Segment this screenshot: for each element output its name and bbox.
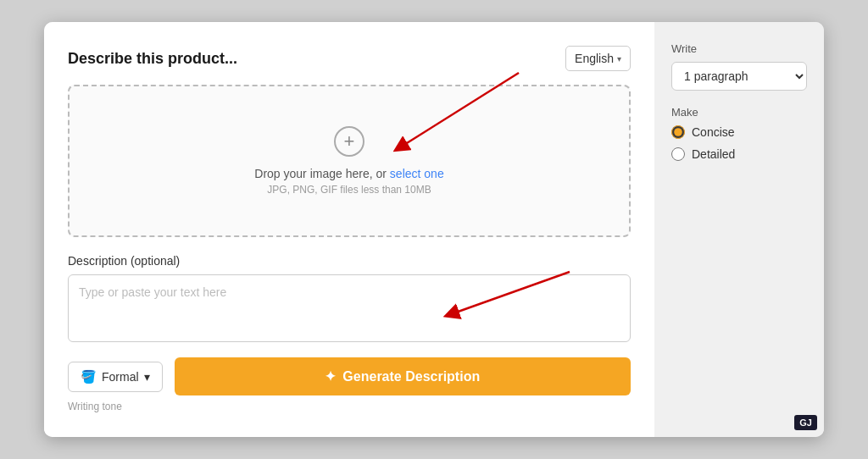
make-radio-group: Concise Detailed bbox=[671, 125, 807, 161]
drop-text: Drop your image here, or select one bbox=[254, 167, 443, 180]
write-select[interactable]: 1 paragraph 2 paragraphs 3 paragraphs 4 … bbox=[671, 62, 807, 91]
watermark: GJ bbox=[794, 415, 817, 430]
language-label: English bbox=[575, 52, 614, 65]
tone-chevron-icon: ▾ bbox=[144, 370, 150, 384]
plus-icon: + bbox=[334, 126, 364, 157]
image-drop-zone[interactable]: + Drop your image here, or select one JP… bbox=[68, 85, 631, 237]
tone-icon: 🪣 bbox=[81, 369, 97, 384]
tone-button[interactable]: 🪣 Formal ▾ bbox=[68, 362, 163, 392]
description-textarea[interactable] bbox=[68, 274, 631, 342]
language-selector[interactable]: English ▾ bbox=[565, 46, 631, 71]
chevron-down-icon: ▾ bbox=[617, 54, 621, 64]
write-label: Write bbox=[671, 42, 807, 55]
make-label: Make bbox=[671, 106, 807, 119]
drop-hint: JPG, PNG, GIF files less than 10MB bbox=[267, 184, 431, 196]
radio-detailed[interactable]: Detailed bbox=[671, 147, 807, 161]
header: Describe this product... English ▾ bbox=[68, 46, 631, 71]
radio-detailed-label: Detailed bbox=[692, 147, 735, 161]
sidebar: Write 1 paragraph 2 paragraphs 3 paragra… bbox=[654, 22, 824, 437]
write-section: Write 1 paragraph 2 paragraphs 3 paragra… bbox=[671, 42, 807, 91]
select-one-link[interactable]: select one bbox=[390, 167, 444, 180]
generate-label: Generate Description bbox=[342, 369, 480, 384]
radio-concise-label: Concise bbox=[692, 125, 735, 139]
make-section: Make Concise Detailed bbox=[671, 106, 807, 161]
writing-tone-label: Writing tone bbox=[68, 401, 631, 412]
generate-icon: ✦ bbox=[325, 368, 336, 384]
bottom-row: 🪣 Formal ▾ ✦ Generate Description bbox=[68, 357, 631, 395]
tone-label: Formal bbox=[102, 370, 139, 384]
generate-description-button[interactable]: ✦ Generate Description bbox=[175, 357, 631, 395]
radio-concise-input[interactable] bbox=[671, 125, 685, 139]
description-label: Description (optional) bbox=[68, 254, 631, 268]
page-title: Describe this product... bbox=[68, 50, 237, 68]
main-panel: Describe this product... English ▾ + Dro… bbox=[44, 22, 654, 437]
radio-concise[interactable]: Concise bbox=[671, 125, 807, 139]
radio-detailed-input[interactable] bbox=[671, 147, 685, 161]
